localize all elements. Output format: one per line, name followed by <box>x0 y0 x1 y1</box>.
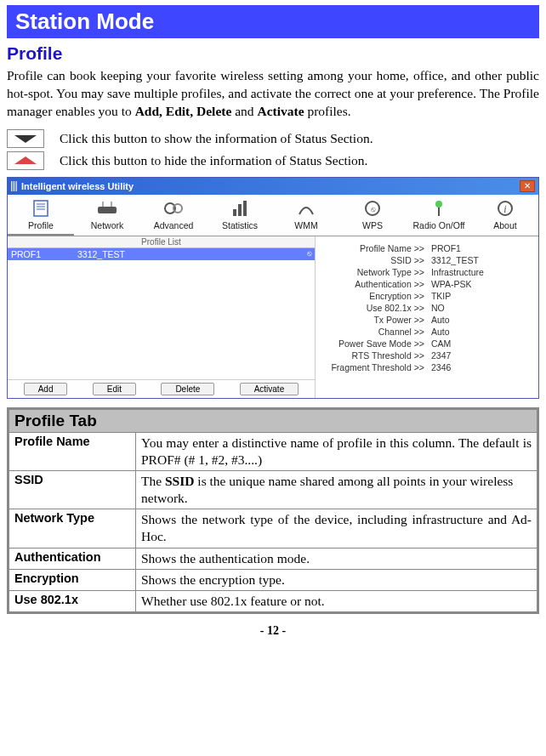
table-row: Use 802.1xWhether use 802.1x feature or … <box>9 591 537 611</box>
tab-label: Statistics <box>207 220 273 230</box>
detail-value: Auto <box>428 327 533 337</box>
activate-button[interactable]: Activate <box>240 383 299 395</box>
table-row: Profile NameYou may enter a distinctive … <box>9 433 537 470</box>
field-desc: Shows the encryption type. <box>136 570 537 590</box>
wps-icon: ⎋ <box>339 196 406 220</box>
tab-label: About <box>472 220 538 230</box>
profile-list-row[interactable]: PROF1 3312_TEST ⎋ <box>8 248 315 260</box>
detail-value: 2346 <box>428 362 533 372</box>
detail-value: PROF1 <box>428 243 533 253</box>
wmm-icon <box>273 196 339 220</box>
utility-screenshot: Intelligent wireless Utility ✕ Profile N… <box>7 177 539 399</box>
detail-value: TKIP <box>428 291 533 301</box>
down-arrow-desc: Click this button to show the informatio… <box>60 131 373 146</box>
field-label: Network Type <box>9 509 135 547</box>
tab-wps[interactable]: ⎋ WPS <box>339 195 406 236</box>
detail-row: Use 802.1x >>NO <box>322 303 533 313</box>
edit-button[interactable]: Edit <box>93 383 136 395</box>
profile-row-name: PROF1 <box>11 249 77 259</box>
up-arrow-desc: Click this button to hide the informatio… <box>60 153 368 168</box>
field-desc: The SSID is the unique name shared among… <box>136 471 537 509</box>
svg-rect-11 <box>233 209 236 216</box>
network-icon <box>74 196 140 220</box>
profile-detail-panel: Profile Name >>PROF1SSID >>3312_TESTNetw… <box>316 236 538 398</box>
detail-row: Profile Name >>PROF1 <box>322 243 533 253</box>
svg-marker-0 <box>14 135 37 143</box>
page-number: - 12 - <box>7 624 539 638</box>
tab-label: Radio On/Off <box>406 220 472 230</box>
chevron-up-icon[interactable] <box>7 151 44 170</box>
detail-key: Network Type >> <box>322 267 428 277</box>
detail-row: Network Type >>Infrastructure <box>322 267 533 277</box>
profile-tab-table: Profile Tab Profile NameYou may enter a … <box>7 407 539 614</box>
tab-statistics[interactable]: Statistics <box>207 195 273 236</box>
svg-text:i: i <box>503 203 506 215</box>
detail-value: 3312_TEST <box>428 255 533 265</box>
section-header: Station Mode <box>7 5 539 38</box>
add-button[interactable]: Add <box>24 383 68 395</box>
table-row: Network TypeShows the network type of th… <box>9 509 537 547</box>
detail-value: WPA-PSK <box>428 279 533 289</box>
gear-icon <box>140 196 207 220</box>
svg-text:⎋: ⎋ <box>371 205 376 213</box>
field-desc: Whether use 802.1x feature or not. <box>136 591 537 611</box>
up-arrow-row: Click this button to hide the informatio… <box>7 151 539 170</box>
detail-value: 2347 <box>428 350 533 361</box>
tab-label: Network <box>74 220 140 230</box>
intro-paragraph: Profile can book keeping your favorite w… <box>7 67 539 121</box>
tab-label: Advanced <box>140 220 207 230</box>
table-row: SSIDThe SSID is the unique name shared a… <box>9 471 537 509</box>
field-label: SSID <box>9 471 135 509</box>
table-row: AuthenticationShows the authentication m… <box>9 549 537 569</box>
tab-advanced[interactable]: Advanced <box>140 195 207 236</box>
field-label: Encryption <box>9 570 135 590</box>
detail-key: Use 802.1x >> <box>322 303 428 313</box>
field-label: Authentication <box>9 549 135 569</box>
field-desc: Shows the authentication mode. <box>136 549 537 569</box>
profile-list-panel: Profile List PROF1 3312_TEST ⎋ Add Edit … <box>8 236 316 398</box>
tab-profile[interactable]: Profile <box>8 195 74 236</box>
field-desc: You may enter a distinctive name of prof… <box>136 433 537 470</box>
delete-button[interactable]: Delete <box>161 383 214 395</box>
tab-label: WMM <box>273 220 339 230</box>
down-arrow-row: Click this button to show the informatio… <box>7 129 539 148</box>
svg-rect-13 <box>243 201 247 216</box>
detail-row: Power Save Mode >>CAM <box>322 338 533 349</box>
detail-key: RTS Threshold >> <box>322 350 428 361</box>
profile-tab-header: Profile Tab <box>9 410 537 432</box>
detail-key: Profile Name >> <box>322 243 428 253</box>
svg-rect-6 <box>98 207 117 213</box>
signal-icon: ⎋ <box>294 249 311 259</box>
tab-wmm[interactable]: WMM <box>273 195 339 236</box>
window-title: Intelligent wireless Utility <box>21 181 134 191</box>
detail-key: SSID >> <box>322 255 428 265</box>
info-icon: i <box>472 196 538 220</box>
button-row: Add Edit Delete Activate <box>8 379 315 398</box>
detail-key: Channel >> <box>322 327 428 337</box>
profile-row-ssid: 3312_TEST <box>77 249 294 259</box>
profile-subheading: Profile <box>7 43 539 64</box>
detail-row: Fragment Threshold >>2346 <box>322 362 533 372</box>
tab-about[interactable]: i About <box>472 195 538 236</box>
detail-key: Encryption >> <box>322 291 428 301</box>
close-icon[interactable]: ✕ <box>520 180 535 192</box>
field-desc: Shows the network type of the device, in… <box>136 509 537 547</box>
titlebar-icon <box>11 181 18 191</box>
table-row: EncryptionShows the encryption type. <box>9 570 537 590</box>
window-titlebar: Intelligent wireless Utility ✕ <box>8 178 538 195</box>
detail-key: Tx Power >> <box>322 315 428 325</box>
tab-radio[interactable]: Radio On/Off <box>406 195 472 236</box>
field-label: Profile Name <box>9 433 135 470</box>
detail-value: Auto <box>428 315 533 325</box>
radio-icon <box>406 196 472 220</box>
profile-icon <box>8 196 74 220</box>
detail-row: Tx Power >>Auto <box>322 315 533 325</box>
detail-key: Authentication >> <box>322 279 428 289</box>
detail-row: RTS Threshold >>2347 <box>322 350 533 361</box>
statistics-icon <box>207 196 273 220</box>
svg-rect-12 <box>238 204 242 216</box>
detail-row: SSID >>3312_TEST <box>322 255 533 265</box>
tab-network[interactable]: Network <box>74 195 140 236</box>
chevron-down-icon[interactable] <box>7 129 44 148</box>
field-label: Use 802.1x <box>9 591 135 611</box>
